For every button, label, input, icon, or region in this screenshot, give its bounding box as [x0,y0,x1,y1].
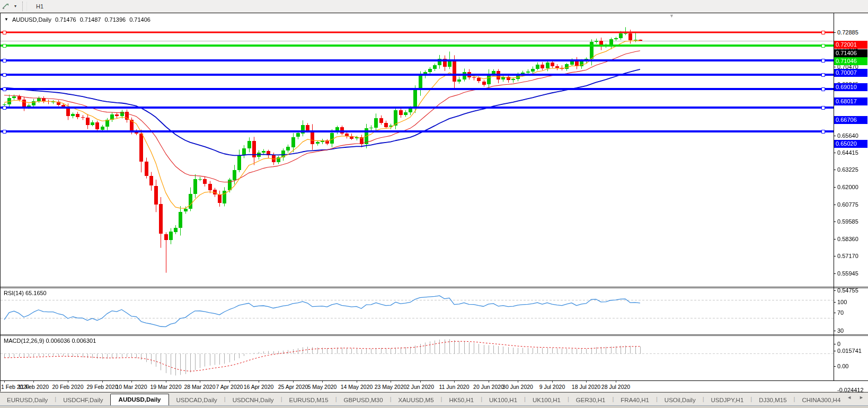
date-tick-label: 28 Mar 2020 [184,384,216,390]
window-collapse-icon[interactable]: ▼ [4,17,8,22]
date-tick-label: 14 May 2020 [341,384,373,390]
chart-tab-hk50-h1[interactable]: HK50,H1 [442,395,481,405]
axis-tick-mark [834,256,836,256]
main-chart-canvas[interactable] [1,13,834,381]
chart-tab-audusd-daily[interactable]: AUDUSD,Daily [110,394,170,405]
axis-tick-mark [834,153,836,153]
price-level-badge: 0.71406 [834,49,867,57]
timeframe-button-h1[interactable]: H1 [30,2,49,11]
price-level-badge: 0.70007 [834,69,867,77]
line-tool-icon[interactable] [1,2,11,11]
dropdown-caret-icon[interactable]: ▾ [11,2,20,11]
chart-tabbar: EURUSD,Daily|USDCHF,DailyAUDUSD,DailyUSD… [0,392,868,405]
axis-tick-mark [834,331,836,331]
date-tick-mark [33,381,34,383]
axis-tick-mark [834,221,836,222]
price-tick-label: 0.63225 [837,166,858,173]
price-tick-label: 0.64415 [837,149,858,156]
price-level-badge: 0.68017 [834,97,867,105]
date-tick-label: 11 Feb 2020 [18,384,49,390]
rsi-indicator-label: RSI(14) 65.1650 [4,290,47,296]
price-tick-label: 0.60775 [837,201,858,208]
price-tick-label: 0.57170 [837,253,858,259]
axis-tick-mark [834,205,836,205]
ohlc-close: 0.71406 [129,16,150,23]
date-tick-mark [68,381,68,383]
axis-tick-mark [834,290,836,291]
chart-tab-dj30-m15[interactable]: DJ30,M15 [752,395,793,405]
price-level-badge: 0.71046 [834,57,867,65]
date-tick-mark [552,381,553,383]
date-tick-label: 23 May 2020 [375,384,407,390]
axis-tick-mark [834,136,836,136]
date-tick-mark [131,381,132,383]
chart-tab-uk100-h1[interactable]: UK100,H1 [482,395,524,405]
rsi-tick-label: 70 [837,309,844,316]
chart-tab-usdjpy-h1[interactable]: USDJPY,H1 [704,395,751,405]
price-level-badge: 0.69010 [834,83,867,91]
date-tick-mark [102,381,103,383]
date-tick-label: 30 Jun 2020 [502,384,533,390]
price-tick-label: 0.54755 [837,287,858,294]
date-tick-mark [293,381,294,383]
chart-tab-fra40-h1[interactable]: FRA40,H1 [614,395,656,405]
price-level-badge: 0.66706 [834,116,867,124]
chart-shift-marker-icon[interactable]: ▼ [669,14,674,19]
chart-tab-uk100-h1[interactable]: UK100,H1 [526,395,568,405]
price-tick-label: 0.62000 [837,184,858,190]
chart-tab-china300-h4[interactable]: CHINA300,H4 [795,395,847,405]
chart-tab-usoil-daily[interactable]: USOil,Daily [658,395,703,405]
axis-tick-mark [834,170,836,170]
date-tick-label: 9 Jul 2020 [539,384,565,390]
date-tick-mark [357,381,357,383]
tab-scroll-left-icon[interactable]: ◄ [847,395,852,400]
tab-scroll-right-icon[interactable]: ► [859,395,864,400]
date-tick-mark [200,381,200,383]
date-tick-label: 20 Feb 2020 [52,384,84,390]
date-tick-label: 25 Apr 2020 [278,384,308,390]
date-tick-label: 16 Apr 2020 [244,384,274,390]
axis-tick-mark [834,344,836,344]
ohlc-low: 0.71396 [104,16,126,23]
chart-tab-usdcad-daily[interactable]: USDCAD,Daily [169,395,224,405]
ohlc-high: 0.71487 [80,16,101,23]
chart-tab-gbpusd-m30[interactable]: GBPUSD,M30 [336,395,389,405]
chart-tab-eurusd-daily[interactable]: EURUSD,Daily [0,395,55,405]
status-strip [0,405,868,408]
chart-tab-usdcnh-daily[interactable]: USDCNH,Daily [226,395,281,405]
axis-tick-mark [834,302,836,303]
chart-tab-xauusd-m5[interactable]: XAUUSD,M5 [391,395,440,405]
axis-tick-mark [834,273,836,274]
price-tick-label: 0.65640 [837,132,858,139]
date-tick-mark [259,381,259,383]
date-tick-label: 2 Jun 2020 [406,384,434,390]
axis-tick-mark [834,313,836,313]
chart-tab-eurusd-m15[interactable]: EURUSD,M15 [282,395,335,405]
price-tick-label: 0.72885 [837,29,858,36]
macd-tick-label: 0.00 [837,363,848,369]
mt4-terminal: ▾ M1M5M15M30H1H4D1W1MN ▼ AUDUSD,Daily 0.… [0,0,868,408]
macd-tick-label: -0.024412 [837,387,864,393]
toolbar-grip [22,2,27,11]
macd-pane-splitter[interactable] [1,334,868,336]
date-tick-label: 20 Jun 2020 [473,384,504,390]
date-tick-label: 5 May 2020 [308,384,337,390]
axis-tick-mark [834,32,836,33]
date-tick-mark [454,381,455,383]
price-level-badge: 0.72001 [834,41,867,49]
chart-tab-usdchf-daily[interactable]: USDCHF,Daily [56,395,110,405]
date-tick-mark [4,381,5,383]
chart-tab-ger30-h1[interactable]: GER30,H1 [569,395,613,405]
date-tick-label: 7 Apr 2020 [216,384,243,390]
axis-tick-mark [834,67,836,67]
date-tick-mark [489,381,489,383]
ohlc-open: 0.71476 [55,16,76,23]
date-tick-label: 10 Mar 2020 [116,384,147,390]
rsi-pane-splitter[interactable] [1,287,868,288]
date-tick-mark [616,381,616,383]
date-tick-mark [391,381,391,383]
date-tick-label: 11 Jun 2020 [439,384,469,390]
date-axis[interactable]: 1 Feb 202011 Feb 202020 Feb 202029 Feb 2… [1,381,868,392]
axis-tick-mark [834,187,836,188]
chart-window: ▼ AUDUSD,Daily 0.71476 0.71487 0.71396 0… [0,13,868,392]
